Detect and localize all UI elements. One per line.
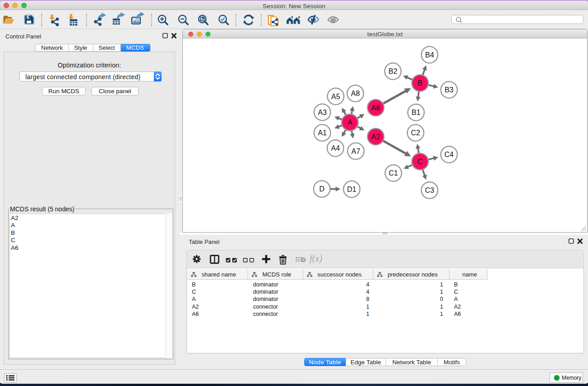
svg-text:C3: C3 <box>425 186 435 194</box>
svg-text:B3: B3 <box>445 86 454 94</box>
svg-text:C1: C1 <box>389 169 398 177</box>
svg-text:C: C <box>417 158 423 166</box>
svg-text:A1: A1 <box>318 129 327 137</box>
svg-text:B2: B2 <box>388 67 397 75</box>
svg-text:A3: A3 <box>318 109 327 116</box>
svg-text:C2: C2 <box>411 129 421 137</box>
svg-text:A2: A2 <box>371 133 380 141</box>
svg-text:D: D <box>319 185 325 193</box>
svg-text:A: A <box>348 119 353 126</box>
svg-text:B4: B4 <box>425 51 434 59</box>
svg-text:A6: A6 <box>371 104 380 112</box>
svg-text:C4: C4 <box>445 151 454 158</box>
svg-text:A4: A4 <box>331 144 340 152</box>
svg-text:A5: A5 <box>331 93 340 100</box>
svg-text:A8: A8 <box>351 90 360 97</box>
svg-text:D1: D1 <box>347 186 357 193</box>
svg-text:A7: A7 <box>351 148 360 155</box>
svg-text:B: B <box>418 79 423 87</box>
svg-text:B1: B1 <box>411 109 421 116</box>
